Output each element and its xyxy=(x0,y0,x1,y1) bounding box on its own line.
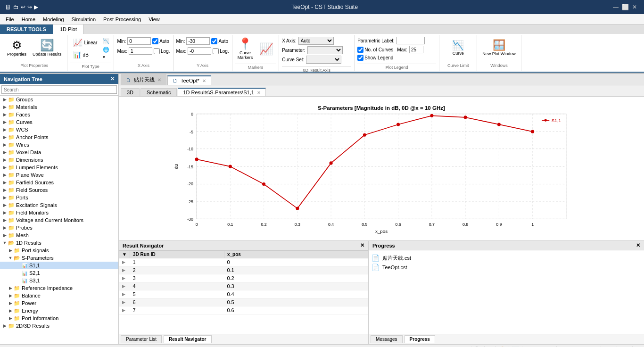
x-axis-select[interactable]: Auto xyxy=(298,37,334,45)
patchantenna-tab-close[interactable]: ✕ xyxy=(157,77,161,83)
result-navigator-close[interactable]: ✕ xyxy=(360,242,364,248)
x-axis-auto-check[interactable]: Auto xyxy=(152,38,169,44)
expand-1d-results[interactable]: ▼ xyxy=(2,240,8,245)
expand-curves[interactable]: ▶ xyxy=(2,120,8,124)
result-navigator-tab[interactable]: Result Navigator xyxy=(164,335,211,343)
tree-item-2d3d-results[interactable]: ▶ 📁 2D/3D Results xyxy=(0,322,118,330)
tree-item-curves[interactable]: ▶ 📁 Curves xyxy=(0,118,118,126)
tab-1d-close[interactable]: ✕ xyxy=(257,90,261,95)
table-row[interactable]: ▶ 1 0 xyxy=(119,258,368,266)
expand-power[interactable]: ▶ xyxy=(8,301,13,306)
tree-item-port-information[interactable]: ▶ 📁 Port Information xyxy=(0,314,118,322)
expand-mesh[interactable]: ▶ xyxy=(2,233,8,238)
menu-post-processing[interactable]: Post-Processing xyxy=(99,16,145,23)
curve-limit-button[interactable]: 📉 Curve xyxy=(449,39,468,57)
expand-lumped[interactable]: ▶ xyxy=(2,165,8,170)
expand-field-sources[interactable]: ▶ xyxy=(2,188,8,192)
tree-item-voltage-current[interactable]: ▶ 📁 Voltage and Current Monitors xyxy=(0,216,118,224)
expand-probes[interactable]: ▶ xyxy=(2,225,8,230)
y-axis-min-input[interactable] xyxy=(186,37,210,45)
progress-close[interactable]: ✕ xyxy=(636,242,640,248)
expand-excitation[interactable]: ▶ xyxy=(2,203,8,207)
tree-item-ports[interactable]: ▶ 📁 Ports xyxy=(0,194,118,201)
tree-item-lumped[interactable]: ▶ 📁 Lumped Elements xyxy=(0,164,118,171)
expand-dimensions[interactable]: ▶ xyxy=(2,157,8,162)
menu-home[interactable]: Home xyxy=(18,16,39,23)
tree-item-groups[interactable]: ▶ 📁 Groups xyxy=(0,96,118,103)
view-tab-1d-results[interactable]: 1D Results\S-Parameters\S1,1 ✕ xyxy=(178,88,265,96)
menu-file[interactable]: File xyxy=(2,16,18,23)
expand-anchor-points[interactable]: ▶ xyxy=(2,135,8,140)
expand-port-signals[interactable]: ▶ xyxy=(8,248,13,253)
menu-view[interactable]: View xyxy=(145,16,164,23)
expand-port-info[interactable]: ▶ xyxy=(8,316,13,321)
parameter-select[interactable] xyxy=(307,46,343,54)
tree-item-dimensions[interactable]: ▶ 📁 Dimensions xyxy=(0,156,118,164)
markers-chart-button[interactable]: 📈 xyxy=(257,42,276,56)
quick-access-save[interactable]: 🗀 xyxy=(13,4,19,10)
expand-groups[interactable]: ▶ xyxy=(2,97,8,102)
expand-wires[interactable]: ▶ xyxy=(2,142,8,147)
tree-item-wires[interactable]: ▶ 📁 Wires xyxy=(0,141,118,149)
maximize-button[interactable]: ⬜ xyxy=(620,2,630,12)
db-button[interactable]: 📊 dB xyxy=(70,50,100,60)
tree-item-s-parameters[interactable]: ▼ 📂 S-Parameters xyxy=(0,254,118,262)
expand-ports[interactable]: ▶ xyxy=(2,195,8,200)
tree-item-excitation[interactable]: ▶ 📁 Excitation Signals xyxy=(0,201,118,209)
x-axis-log-check[interactable]: Log. xyxy=(154,48,170,54)
tree-item-faces[interactable]: ▶ 📁 Faces xyxy=(0,111,118,118)
tree-item-field-monitors[interactable]: ▶ 📁 Field Monitors xyxy=(0,209,118,216)
quick-access-undo[interactable]: ↩ xyxy=(21,4,25,10)
menu-simulation[interactable]: Simulation xyxy=(68,16,99,23)
tree-item-voxel-data[interactable]: ▶ 📁 Voxel Data xyxy=(0,149,118,156)
nav-tree-close[interactable]: ✕ xyxy=(110,76,115,82)
max-curves-input[interactable] xyxy=(409,46,423,53)
new-plot-window-button[interactable]: 🪟 New Plot Window xyxy=(480,39,518,57)
y-axis-log-check[interactable]: Log. xyxy=(213,48,229,54)
content-tab-teeopt[interactable]: 🗋 TeeOpt* ✕ xyxy=(167,75,211,85)
expand-faces[interactable]: ▶ xyxy=(2,112,8,117)
expand-farfield[interactable]: ▶ xyxy=(2,180,8,185)
table-row[interactable]: ▶ 6 0.5 xyxy=(119,298,368,306)
expand-field-monitors[interactable]: ▶ xyxy=(2,210,8,215)
tree-item-materials[interactable]: ▶ 📁 Materials xyxy=(0,103,118,111)
expand-plane-wave[interactable]: ▶ xyxy=(2,173,8,177)
plot-type-btn-1[interactable]: 📉 xyxy=(101,38,111,45)
tree-item-field-sources[interactable]: ▶ 📁 Field Sources xyxy=(0,186,118,194)
view-tab-3d[interactable]: 3D xyxy=(121,88,140,96)
expand-ref-impedance[interactable]: ▶ xyxy=(8,286,13,290)
view-tab-schematic[interactable]: Schematic xyxy=(140,88,177,96)
tree-item-s11[interactable]: 📊 S1,1 xyxy=(0,262,118,269)
table-row[interactable]: ▶ 7 0.6 xyxy=(119,306,368,314)
plot-type-btn-2[interactable]: 🌐 xyxy=(101,46,111,53)
progress-tab[interactable]: Progress xyxy=(405,335,435,343)
quick-access-run[interactable]: ▶ xyxy=(34,4,38,10)
tree-item-s31[interactable]: 📊 S3,1 xyxy=(0,277,118,284)
tree-item-mesh[interactable]: ▶ 📁 Mesh xyxy=(0,231,118,239)
no-of-curves-check[interactable]: No. of Curves xyxy=(357,47,393,53)
tree-item-energy[interactable]: ▶ 📁 Energy xyxy=(0,307,118,314)
tree-item-power[interactable]: ▶ 📁 Power xyxy=(0,299,118,307)
tree-item-farfield[interactable]: ▶ 📁 Farfield Sources xyxy=(0,179,118,186)
properties-button[interactable]: ⚙ Properties xyxy=(5,38,29,58)
expand-s-parameters[interactable]: ▼ xyxy=(8,256,13,260)
plot-type-btn-3[interactable]: ▼ xyxy=(101,55,111,60)
close-button[interactable]: ✕ xyxy=(630,2,639,12)
nav-search-input[interactable] xyxy=(1,85,117,94)
minimize-button[interactable]: — xyxy=(611,2,620,12)
table-row[interactable]: ▶ 3 0.2 xyxy=(119,274,368,282)
tree-item-s21[interactable]: 📊 S2,1 xyxy=(0,269,118,277)
tree-item-wcs[interactable]: ▶ 📁 WCS xyxy=(0,126,118,133)
curve-set-select[interactable] xyxy=(306,56,341,64)
messages-tab[interactable]: Messages xyxy=(371,335,403,343)
teeopt-tab-close[interactable]: ✕ xyxy=(202,78,206,83)
tree-item-reference-impedance[interactable]: ▶ 📁 Reference Impedance xyxy=(0,284,118,292)
show-legend-check[interactable]: Show Legend xyxy=(357,55,393,61)
tree-item-plane-wave[interactable]: ▶ 📁 Plane Wave xyxy=(0,171,118,179)
curve-markers-button[interactable]: 📍 CurveMarkers xyxy=(235,37,256,61)
ribbon-tab-result-tools[interactable]: RESULT TOOLS xyxy=(0,25,53,34)
param-list-tab[interactable]: Parameter List xyxy=(121,335,162,343)
y-axis-max-input[interactable] xyxy=(188,47,211,55)
expand-balance[interactable]: ▶ xyxy=(8,293,13,298)
tree-item-balance[interactable]: ▶ 📁 Balance xyxy=(0,292,118,299)
